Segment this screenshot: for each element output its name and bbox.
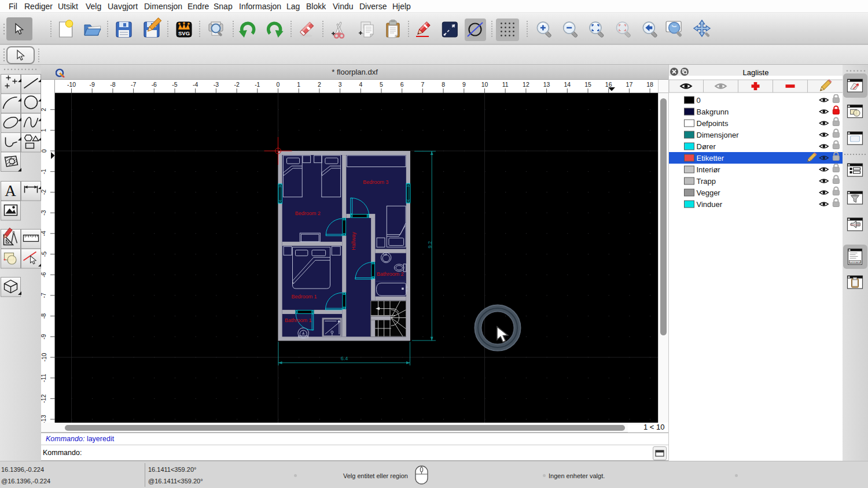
svg-text:Vegger: Vegger <box>697 188 721 197</box>
svg-text:6.4: 6.4 <box>341 356 348 361</box>
svg-text:Bathroom 1: Bathroom 1 <box>285 317 312 323</box>
svg-text:6: 6 <box>400 81 404 88</box>
svg-text:Trapp: Trapp <box>697 177 716 186</box>
svg-text:Etiketter: Etiketter <box>697 154 724 162</box>
svg-text:SVG: SVG <box>178 30 190 36</box>
svg-text:Dimensjoner: Dimensjoner <box>697 131 740 139</box>
svg-text:1: 1 <box>41 128 47 132</box>
svg-text:-2: -2 <box>234 81 239 88</box>
svg-text:A: A <box>5 182 16 199</box>
svg-text:17: 17 <box>626 81 633 88</box>
svg-text:-2: -2 <box>41 190 47 195</box>
svg-text:-3: -3 <box>41 210 47 215</box>
svg-text:Interiør: Interiør <box>697 165 721 174</box>
svg-text:8: 8 <box>442 81 445 88</box>
svg-text:-6: -6 <box>152 81 157 88</box>
svg-text:2: 2 <box>41 108 47 112</box>
svg-text:-13: -13 <box>41 415 47 423</box>
svg-text:Vinduer: Vinduer <box>697 200 723 209</box>
svg-text:-7: -7 <box>131 81 136 88</box>
svg-text:10: 10 <box>481 81 488 88</box>
svg-text:-8: -8 <box>110 81 115 88</box>
svg-text:9.2: 9.2 <box>427 241 433 249</box>
svg-text:-4: -4 <box>193 81 198 88</box>
svg-text:-9: -9 <box>90 81 95 88</box>
svg-text:5: 5 <box>380 81 383 88</box>
svg-text:-9: -9 <box>41 334 47 339</box>
svg-text:13: 13 <box>543 81 550 88</box>
svg-text:14: 14 <box>564 81 571 88</box>
svg-text:Lagliste: Lagliste <box>743 68 769 77</box>
svg-text:-1: -1 <box>41 169 47 174</box>
svg-text:Bedroom 3: Bedroom 3 <box>363 179 388 185</box>
svg-text:-11: -11 <box>41 374 47 382</box>
svg-text:1: 1 <box>297 81 300 88</box>
svg-text:0: 0 <box>697 96 701 105</box>
svg-text:-8: -8 <box>41 313 47 319</box>
svg-text:-5: -5 <box>41 252 47 257</box>
svg-text:-1: -1 <box>255 81 260 88</box>
svg-text:0: 0 <box>41 149 47 153</box>
svg-text:-4: -4 <box>41 231 47 236</box>
svg-text:Bedroom 2: Bedroom 2 <box>295 210 321 216</box>
svg-text:Defpoints: Defpoints <box>697 119 729 128</box>
svg-text:12: 12 <box>523 81 529 88</box>
svg-text:-10: -10 <box>67 81 76 88</box>
svg-text:Bedroom 1: Bedroom 1 <box>291 294 317 300</box>
svg-text:Bakgrunn: Bakgrunn <box>697 108 729 116</box>
svg-text:Dører: Dører <box>697 142 716 151</box>
svg-text:16: 16 <box>605 81 612 88</box>
svg-text:3: 3 <box>339 81 342 88</box>
svg-text:-7: -7 <box>41 293 47 298</box>
svg-text:-3: -3 <box>214 81 219 88</box>
svg-text:9: 9 <box>462 81 466 88</box>
svg-text:4: 4 <box>359 81 362 88</box>
svg-text:15: 15 <box>584 81 591 88</box>
svg-text:Bathroom 2: Bathroom 2 <box>377 271 404 277</box>
svg-text:-6: -6 <box>41 272 47 277</box>
svg-text:command: command <box>849 261 861 264</box>
svg-text:11: 11 <box>502 81 509 88</box>
svg-text:0: 0 <box>277 81 280 88</box>
svg-text:18: 18 <box>646 81 653 88</box>
svg-text:2: 2 <box>318 81 321 88</box>
svg-text:7: 7 <box>421 81 424 88</box>
svg-text:-12: -12 <box>41 394 47 403</box>
svg-text:-5: -5 <box>172 81 177 88</box>
svg-text:-10: -10 <box>41 353 47 361</box>
svg-text:Hallway: Hallway <box>351 232 356 250</box>
